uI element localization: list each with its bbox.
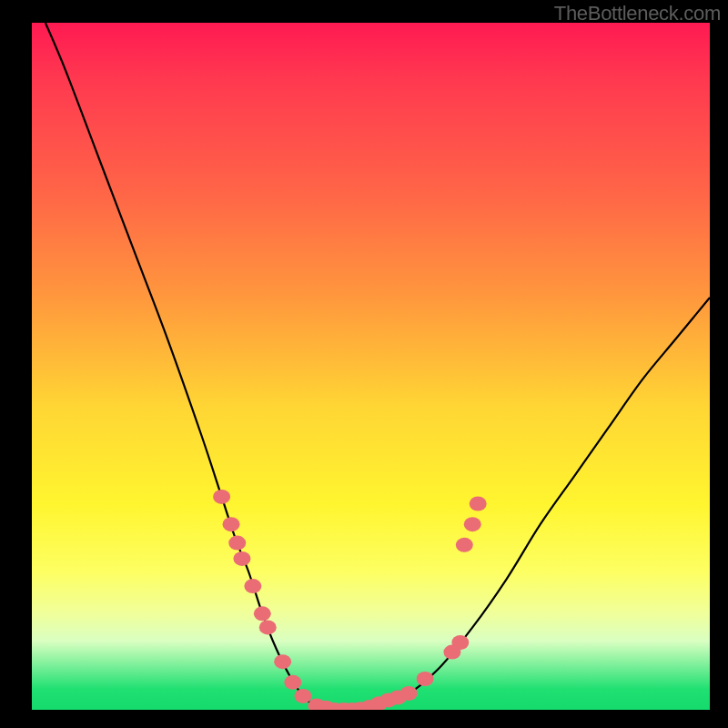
bottleneck-curve-svg (32, 23, 710, 710)
watermark-text: TheBottleneck.com (554, 2, 721, 25)
data-marker (228, 536, 246, 551)
data-marker (470, 497, 487, 511)
marker-group (213, 490, 487, 710)
data-marker (295, 689, 312, 703)
bottleneck-curve-path (46, 23, 710, 710)
data-marker (213, 490, 230, 504)
data-marker (456, 538, 473, 552)
data-marker (451, 635, 469, 650)
data-marker (254, 606, 271, 621)
data-marker (233, 551, 250, 566)
data-marker (244, 579, 261, 593)
data-marker (223, 517, 240, 531)
plot-area (32, 23, 710, 710)
data-marker (400, 686, 418, 701)
data-marker (417, 672, 434, 686)
data-marker (464, 517, 481, 531)
data-marker (284, 675, 301, 690)
data-marker (259, 620, 277, 634)
data-marker (274, 654, 291, 669)
chart-frame: TheBottleneck.com (0, 0, 728, 728)
